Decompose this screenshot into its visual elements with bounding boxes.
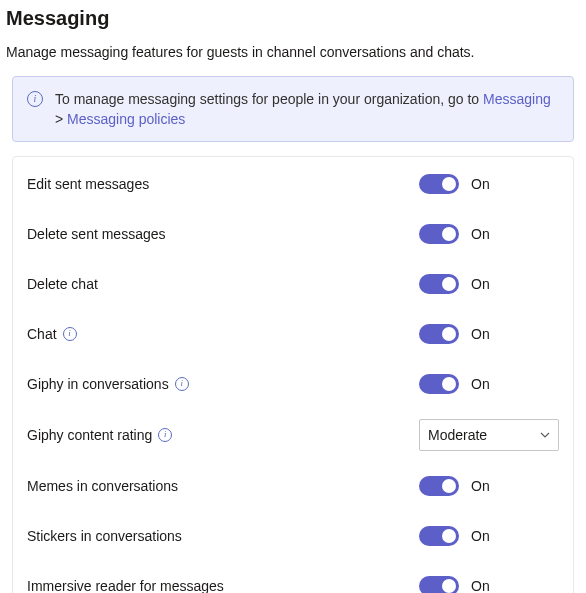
setting-chat: Chat On [27, 309, 559, 359]
toggle-value: On [471, 226, 490, 242]
label-text: Delete sent messages [27, 226, 166, 242]
page-description: Manage messaging features for guests in … [6, 44, 582, 60]
banner-sep: > [55, 111, 67, 127]
label-text: Giphy content rating [27, 427, 152, 443]
setting-label: Giphy content rating [27, 427, 419, 443]
toggle-giphy[interactable] [419, 374, 459, 394]
setting-label: Chat [27, 326, 419, 342]
toggle-value: On [471, 276, 490, 292]
select-value: Moderate [428, 427, 487, 443]
label-text: Stickers in conversations [27, 528, 182, 544]
label-text: Delete chat [27, 276, 98, 292]
info-icon [27, 91, 43, 107]
toggle-delete-sent[interactable] [419, 224, 459, 244]
chevron-down-icon [540, 430, 550, 440]
toggle-value: On [471, 176, 490, 192]
info-banner: To manage messaging settings for people … [12, 76, 574, 142]
toggle-chat[interactable] [419, 324, 459, 344]
info-icon[interactable] [63, 327, 77, 341]
select-giphy-rating[interactable]: Moderate [419, 419, 559, 451]
toggle-value: On [471, 578, 490, 593]
label-text: Edit sent messages [27, 176, 149, 192]
settings-panel: Edit sent messages On Delete sent messag… [12, 156, 574, 593]
setting-label: Giphy in conversations [27, 376, 419, 392]
setting-label: Immersive reader for messages [27, 578, 419, 593]
setting-stickers: Stickers in conversations On [27, 511, 559, 561]
setting-label: Memes in conversations [27, 478, 419, 494]
toggle-immersive[interactable] [419, 576, 459, 593]
setting-delete-sent: Delete sent messages On [27, 209, 559, 259]
setting-label: Edit sent messages [27, 176, 419, 192]
toggle-edit-sent[interactable] [419, 174, 459, 194]
messaging-link[interactable]: Messaging [483, 91, 551, 107]
toggle-value: On [471, 478, 490, 494]
toggle-memes[interactable] [419, 476, 459, 496]
page-title: Messaging [6, 6, 582, 30]
toggle-stickers[interactable] [419, 526, 459, 546]
label-text: Immersive reader for messages [27, 578, 224, 593]
toggle-delete-chat[interactable] [419, 274, 459, 294]
info-icon[interactable] [175, 377, 189, 391]
setting-immersive: Immersive reader for messages On [27, 561, 559, 593]
banner-prefix: To manage messaging settings for people … [55, 91, 483, 107]
setting-memes: Memes in conversations On [27, 461, 559, 511]
setting-label: Delete chat [27, 276, 419, 292]
setting-delete-chat: Delete chat On [27, 259, 559, 309]
setting-giphy: Giphy in conversations On [27, 359, 559, 409]
info-banner-text: To manage messaging settings for people … [55, 89, 559, 129]
label-text: Chat [27, 326, 57, 342]
setting-giphy-rating: Giphy content rating Moderate [27, 409, 559, 461]
setting-edit-sent: Edit sent messages On [27, 159, 559, 209]
toggle-value: On [471, 326, 490, 342]
setting-label: Stickers in conversations [27, 528, 419, 544]
label-text: Giphy in conversations [27, 376, 169, 392]
toggle-value: On [471, 528, 490, 544]
info-icon[interactable] [158, 428, 172, 442]
messaging-policies-link[interactable]: Messaging policies [67, 111, 185, 127]
toggle-value: On [471, 376, 490, 392]
label-text: Memes in conversations [27, 478, 178, 494]
setting-label: Delete sent messages [27, 226, 419, 242]
